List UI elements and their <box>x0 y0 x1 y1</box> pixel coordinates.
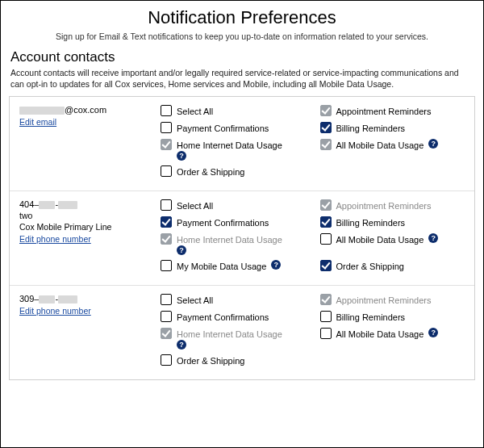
option-billing-reminders[interactable]: Billing Reminders <box>320 311 465 323</box>
checkbox[interactable] <box>320 199 332 211</box>
checkbox[interactable] <box>161 139 172 150</box>
help-icon[interactable]: ? <box>177 151 186 161</box>
contact-subtext: two <box>19 211 161 220</box>
help-icon[interactable]: ? <box>428 139 438 149</box>
redacted-text <box>39 295 55 304</box>
checkbox[interactable] <box>320 216 332 228</box>
contact-identifier: 309–- <box>19 294 161 304</box>
checkbox[interactable] <box>320 260 332 271</box>
option-billing-reminders[interactable]: Billing Reminders <box>320 216 465 228</box>
option-label: All Mobile Data Usage <box>336 139 424 151</box>
option-label: Order & Shipping <box>336 260 404 272</box>
checkbox[interactable] <box>161 260 172 271</box>
option-my-mobile-data-usage[interactable]: My Mobile Data Usage? <box>161 260 306 272</box>
help-icon[interactable]: ? <box>428 233 438 243</box>
option-label: Payment Confirmations <box>177 216 269 228</box>
checkbox[interactable] <box>320 105 332 116</box>
option-label: Billing Reminders <box>336 311 406 323</box>
option-label: Home Internet Data Usage <box>177 139 282 151</box>
contact-block: @cox.comEdit emailSelect AllAppointment … <box>10 97 474 191</box>
option-label: All Mobile Data Usage <box>336 233 424 245</box>
edit-contact-link[interactable]: Edit phone number <box>19 234 91 244</box>
option-appointment-reminders[interactable]: Appointment Reminders <box>320 105 465 117</box>
option-all-mobile-data-usage[interactable]: All Mobile Data Usage? <box>320 139 465 151</box>
contact-identifier: 404–- <box>19 199 161 209</box>
option-home-internet-data-usage[interactable]: Home Internet Data Usage <box>161 328 306 340</box>
checkbox[interactable] <box>161 311 172 322</box>
option-label: Order & Shipping <box>177 354 244 366</box>
option-payment-confirmations[interactable]: Payment Confirmations <box>161 216 306 228</box>
checkbox[interactable] <box>161 354 172 366</box>
option-payment-confirmations[interactable]: Payment Confirmations <box>161 122 306 134</box>
option-select-all[interactable]: Select All <box>161 199 306 211</box>
section-title: Account contacts <box>1 49 483 67</box>
help-icon[interactable]: ? <box>177 245 186 255</box>
help-icon[interactable]: ? <box>428 328 438 337</box>
checkbox[interactable] <box>320 311 332 322</box>
checkbox[interactable] <box>161 122 172 133</box>
edit-contact-link[interactable]: Edit email <box>19 117 56 127</box>
checkbox[interactable] <box>320 294 332 305</box>
page-subtitle: Sign up for Email & Text notifications t… <box>1 31 483 41</box>
contact-block: 309–-Edit phone numberSelect AllAppointm… <box>10 285 474 379</box>
redacted-text <box>19 107 65 115</box>
options-grid: Select AllAppointment RemindersPayment C… <box>161 199 465 272</box>
contacts-card: @cox.comEdit emailSelect AllAppointment … <box>9 96 475 380</box>
option-payment-confirmations[interactable]: Payment Confirmations <box>161 311 306 323</box>
option-all-mobile-data-usage[interactable]: All Mobile Data Usage? <box>320 233 465 245</box>
checkbox[interactable] <box>161 165 172 177</box>
option-billing-reminders[interactable]: Billing Reminders <box>320 122 465 134</box>
option-label: Appointment Reminders <box>336 294 432 306</box>
checkbox[interactable] <box>320 233 332 245</box>
option-label: Select All <box>177 105 213 117</box>
contact-info: 404–-twoCox Mobile Primary LineEdit phon… <box>19 199 161 272</box>
option-select-all[interactable]: Select All <box>161 105 306 117</box>
option-label: Billing Reminders <box>336 216 406 228</box>
checkbox[interactable] <box>320 122 332 133</box>
option-home-internet-data-usage[interactable]: Home Internet Data Usage <box>161 233 306 245</box>
redacted-text <box>58 201 77 209</box>
option-appointment-reminders[interactable]: Appointment Reminders <box>320 294 465 306</box>
option-label: Order & Shipping <box>177 165 244 178</box>
contact-identifier: @cox.com <box>19 105 161 115</box>
edit-contact-link[interactable]: Edit phone number <box>19 306 91 316</box>
option-order-shipping[interactable]: Order & Shipping <box>161 165 306 178</box>
option-order-shipping[interactable]: Order & Shipping <box>320 260 465 272</box>
checkbox[interactable] <box>320 328 332 339</box>
contact-block: 404–-twoCox Mobile Primary LineEdit phon… <box>10 191 474 285</box>
contact-subtext: Cox Mobile Primary Line <box>19 222 161 232</box>
checkbox[interactable] <box>161 294 172 305</box>
checkbox[interactable] <box>161 216 172 228</box>
option-label: My Mobile Data Usage <box>177 260 266 272</box>
checkbox[interactable] <box>161 199 172 211</box>
checkbox[interactable] <box>161 328 172 339</box>
option-label: Payment Confirmations <box>177 311 269 323</box>
option-home-internet-data-usage[interactable]: Home Internet Data Usage <box>161 139 306 151</box>
option-label: Appointment Reminders <box>336 199 432 211</box>
option-appointment-reminders[interactable]: Appointment Reminders <box>320 199 465 211</box>
page-title: Notification Preferences <box>1 1 483 28</box>
options-grid: Select AllAppointment RemindersPayment C… <box>161 294 465 366</box>
option-label: All Mobile Data Usage <box>336 328 424 340</box>
option-select-all[interactable]: Select All <box>161 294 306 306</box>
checkbox[interactable] <box>161 105 172 116</box>
options-grid: Select AllAppointment RemindersPayment C… <box>161 105 465 178</box>
option-label: Home Internet Data Usage <box>177 328 282 340</box>
contact-info: 309–-Edit phone number <box>19 294 161 366</box>
checkbox[interactable] <box>161 233 172 245</box>
section-desc: Account contacts will receive important … <box>1 67 483 96</box>
option-label: Select All <box>177 294 213 306</box>
help-icon[interactable]: ? <box>177 340 186 350</box>
option-order-shipping[interactable]: Order & Shipping <box>161 354 306 366</box>
redacted-text <box>39 201 55 209</box>
option-label: Appointment Reminders <box>336 105 432 117</box>
checkbox[interactable] <box>320 139 332 150</box>
option-label: Payment Confirmations <box>177 122 269 134</box>
option-all-mobile-data-usage[interactable]: All Mobile Data Usage? <box>320 328 465 340</box>
option-label: Billing Reminders <box>336 122 406 134</box>
contact-info: @cox.comEdit email <box>19 105 161 178</box>
help-icon[interactable]: ? <box>271 260 281 270</box>
option-label: Select All <box>177 199 213 211</box>
redacted-text <box>58 295 77 304</box>
option-label: Home Internet Data Usage <box>177 233 282 245</box>
